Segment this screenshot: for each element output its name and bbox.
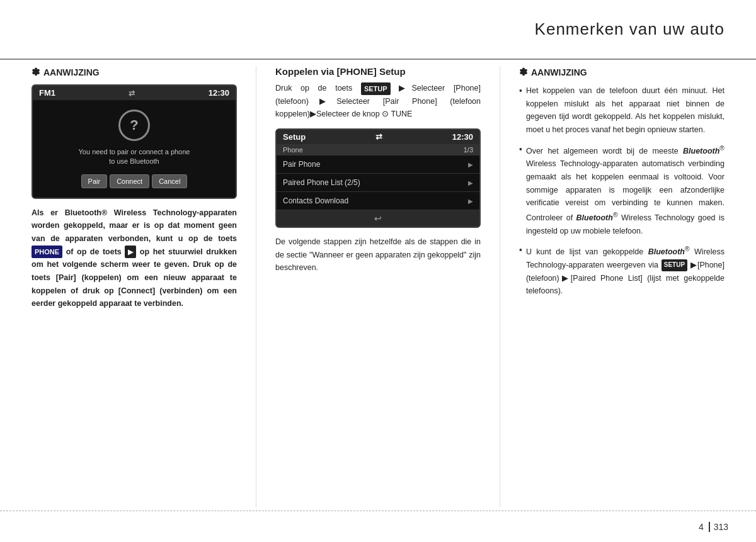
arrow-icon-1: ▶	[468, 179, 473, 186]
arrow-icon-2: ▶	[468, 198, 473, 205]
bullet-text-2: U kunt de lijst van gekoppelde Bluetooth…	[526, 244, 724, 298]
right-section-label: AANWIJZING	[531, 67, 587, 77]
left-section-label: AANWIJZING	[43, 67, 100, 77]
bluetooth-icon: ⇄	[129, 89, 135, 98]
right-column: ✽ AANWIJZING • Het koppelen van de telef…	[519, 66, 724, 507]
screen-time: 12:30	[209, 88, 229, 98]
setup-menu: Pair Phone ▶ Paired Phone List (2/5) ▶ C…	[277, 155, 479, 210]
menu-item-paired-list[interactable]: Paired Phone List (2/5) ▶	[277, 174, 479, 192]
bullet-dot-0: •	[519, 86, 522, 96]
setup-sub-header: Phone 1/3	[277, 144, 479, 155]
setup-label: Setup	[283, 132, 306, 142]
left-column: ✽ AANWIJZING FM1 ⇄ 12:30 ? You need to p…	[32, 66, 237, 507]
pair-button[interactable]: Pair	[81, 174, 108, 188]
steering-badge: ▶	[125, 246, 136, 258]
connect-button[interactable]: Connect	[110, 174, 149, 188]
asterisk-icon: ✽	[32, 66, 40, 78]
pair-phone-label: Pair Phone	[283, 160, 320, 169]
menu-item-contacts[interactable]: Contacts Download ▶	[277, 192, 479, 210]
bullet-item-1: • Over het algemeen wordt bij de meeste …	[519, 143, 724, 238]
left-aanwijzing-title: ✽ AANWIJZING	[32, 66, 237, 78]
page-number: 4 313	[699, 522, 731, 532]
right-aanwijzing-title: ✽ AANWIJZING	[519, 66, 724, 78]
screen-pair-text: You need to pair or connect a phone to u…	[39, 147, 229, 167]
koppelen-title: Koppelen via [PHONE] Setup	[275, 66, 481, 77]
menu-item-pair-phone[interactable]: Pair Phone ▶	[277, 155, 479, 174]
bullet-dot-1: •	[519, 144, 522, 154]
setup-screen-header: Setup ⇄ 12:30	[277, 130, 479, 144]
page-indicator: 1/3	[464, 146, 473, 154]
back-bar[interactable]: ↩	[277, 210, 479, 227]
bullet-dot-2: •	[519, 245, 522, 255]
setup-bt-icon: ⇄	[375, 132, 382, 142]
content-area: ✽ AANWIJZING FM1 ⇄ 12:30 ? You need to p…	[32, 66, 724, 507]
bullet-item-2: • U kunt de lijst van gekoppelde Bluetoo…	[519, 244, 724, 298]
arrow-icon-0: ▶	[468, 161, 473, 168]
footer: 4 313	[0, 511, 756, 542]
page-separator: 313	[709, 522, 728, 532]
paired-list-label: Paired Phone List (2/5)	[283, 178, 360, 187]
phone-sub-label: Phone	[283, 146, 303, 154]
fm-screen-mockup: FM1 ⇄ 12:30 ? You need to pair or connec…	[32, 84, 237, 199]
back-icon: ↩	[374, 213, 382, 223]
middle-column: Koppelen via [PHONE] Setup Druk op de to…	[275, 66, 481, 507]
page-title: Kenmerken van uw auto	[535, 20, 724, 39]
bullet-item-0: • Het koppelen van de telefoon duurt één…	[519, 84, 724, 137]
right-asterisk-icon: ✽	[519, 66, 527, 78]
koppelen-intro: Druk op de toets SETUP ▶Selecteer [Phone…	[275, 82, 481, 121]
setup-badge-right: SETUP	[662, 259, 687, 271]
setup-screen-mockup: Setup ⇄ 12:30 Phone 1/3 Pair Phone ▶ Pai…	[275, 128, 481, 228]
screen-body: ? You need to pair or connect a phone to…	[33, 100, 236, 198]
contacts-label: Contacts Download	[283, 196, 348, 205]
bullet-text-1: Over het algemeen wordt bij de meeste Bl…	[526, 143, 724, 238]
fm-label: FM1	[39, 88, 55, 98]
header: Kenmerken van uw auto	[0, 0, 756, 60]
page-section: 4	[699, 522, 704, 532]
left-body-text: Als er Bluetooth® Wireless Technology-ap…	[32, 206, 237, 310]
screen-header: FM1 ⇄ 12:30	[33, 86, 236, 100]
divider-mid-right	[500, 66, 500, 507]
phone-badge: PHONE	[32, 246, 62, 258]
setup-badge-1: SETUP	[361, 82, 391, 95]
question-icon: ?	[118, 110, 150, 141]
screen-buttons: Pair Connect Cancel	[39, 174, 229, 188]
bullet-text-0: Het koppelen van de telefoon duurt één m…	[526, 84, 724, 137]
koppelen-footer-text: De volgende stappen zijn hetzelfde als d…	[275, 235, 481, 274]
setup-time: 12:30	[452, 132, 473, 142]
cancel-button[interactable]: Cancel	[152, 174, 187, 188]
divider-left-mid	[256, 66, 256, 507]
page-num: 313	[714, 522, 728, 532]
